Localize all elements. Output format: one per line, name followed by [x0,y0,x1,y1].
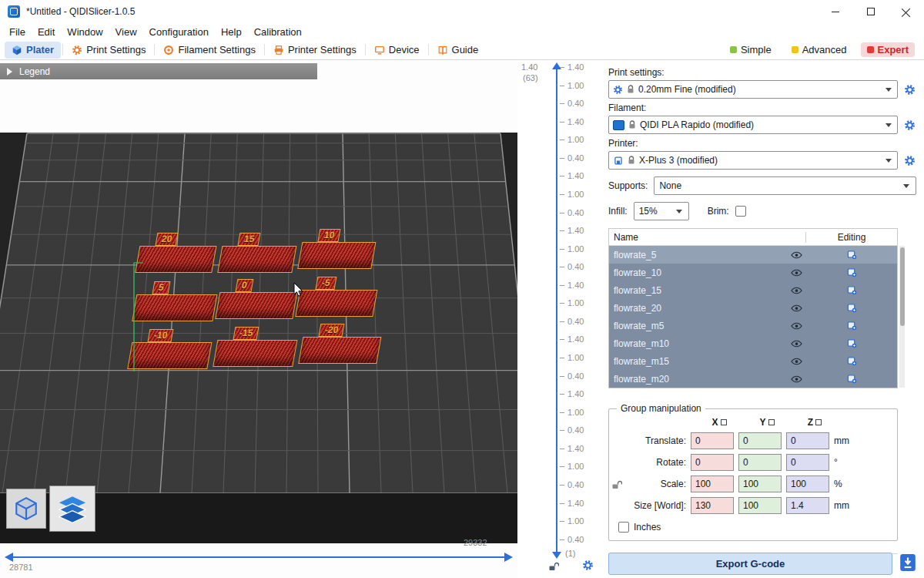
model-object[interactable]: -5 [295,275,380,317]
send-to-printer-icon[interactable] [899,553,916,574]
visibility-eye-icon[interactable] [786,251,806,259]
gcode-move-slider[interactable] [0,549,517,569]
size-y-input[interactable]: 100 [738,497,782,514]
layer-slider-track[interactable] [556,69,557,552]
rotate-x-input[interactable]: 0 [691,454,734,471]
edit-settings-icon[interactable] [806,303,897,313]
object-row[interactable]: flowrate_15 [609,281,897,299]
mode-expert[interactable]: Expert [861,42,915,57]
object-row[interactable]: flowrate_10 [609,264,897,281]
scale-x-input[interactable]: 100 [691,476,734,492]
visibility-eye-icon[interactable] [786,340,806,348]
scale-y-input[interactable]: 100 [738,476,782,492]
inches-checkbox[interactable] [618,522,629,533]
3d-viewport[interactable]: Legend 20 15 10 5 0 -5 -10 -15 -20 28781 [0,60,517,578]
menu-view[interactable]: View [109,25,143,39]
maximize-button[interactable] [853,0,889,23]
tab-device[interactable]: Device [367,42,427,59]
legend-bar[interactable]: Legend [0,63,317,79]
minimize-button[interactable] [818,0,853,23]
scrollbar-thumb[interactable] [900,247,905,326]
object-list-scrollbar[interactable] [899,246,905,388]
object-row[interactable]: flowrate_20 [609,299,897,317]
object-row[interactable]: flowrate_5 [609,246,897,264]
menu-file[interactable]: File [3,25,32,39]
menu-edit[interactable]: Edit [32,25,61,39]
visibility-eye-icon[interactable] [786,322,806,330]
tab-guide[interactable]: Guide [430,42,486,59]
translate-y-input[interactable]: 0 [738,432,782,449]
edit-settings-icon[interactable] [806,285,897,295]
menu-help[interactable]: Help [215,25,248,39]
edit-filament-gear-icon[interactable] [902,119,916,131]
model-object[interactable]: 20 [135,231,219,273]
object-row[interactable]: flowrate_m5 [609,317,897,334]
model-object[interactable]: 5 [132,280,220,321]
scale-z-input[interactable]: 100 [786,476,829,492]
infill-combo[interactable]: 15% [634,202,689,220]
object-body[interactable] [298,337,381,364]
rotate-y-input[interactable]: 0 [738,454,782,471]
tab-print-settings[interactable]: Print Settings [65,42,152,59]
hslider-right-arrow-icon[interactable] [504,553,513,562]
translate-x-input[interactable]: 0 [691,432,734,449]
size-x-input[interactable]: 130 [691,497,734,514]
edit-settings-icon[interactable] [806,267,897,277]
object-body[interactable] [213,340,297,367]
visibility-eye-icon[interactable] [786,287,806,294]
tab-plater[interactable]: Plater [5,42,61,59]
object-row[interactable]: flowrate_m20 [609,370,897,388]
edit-settings-icon[interactable] [806,321,897,331]
model-object[interactable]: 0 [215,277,300,319]
model-object[interactable]: -15 [213,325,300,367]
print-settings-combo[interactable]: 0.20mm Fine (modified) [608,80,898,99]
edit-settings-icon[interactable] [806,338,897,348]
legend-collapse-icon[interactable] [7,68,12,76]
visibility-eye-icon[interactable] [786,269,806,277]
mode-simple[interactable]: Simple [724,42,778,57]
object-body[interactable] [127,342,212,369]
object-body[interactable] [295,290,377,317]
object-body[interactable] [132,294,217,321]
printer-combo[interactable]: X-Plus 3 (modified) [608,151,898,170]
edit-settings-icon[interactable] [806,250,897,260]
menu-window[interactable]: Window [61,25,109,39]
object-body[interactable] [215,292,297,319]
vslider-down-arrow-icon[interactable] [552,552,561,559]
edit-settings-icon[interactable] [806,356,897,366]
rotate-z-input[interactable]: 0 [786,454,829,471]
close-button[interactable] [889,0,924,23]
view-3d-editor-button[interactable] [6,489,46,529]
supports-combo[interactable]: None [654,176,916,195]
export-gcode-button[interactable]: Export G-code [608,553,892,575]
tab-filament-settings[interactable]: Filament Settings [156,42,262,59]
view-preview-layers-button[interactable] [49,486,95,532]
brim-checkbox[interactable] [735,206,746,217]
menu-configuration[interactable]: Configuration [143,25,215,39]
uniform-scale-lock-icon[interactable] [611,480,622,492]
hslider-left-arrow-icon[interactable] [5,553,13,562]
object-row[interactable]: flowrate_m15 [609,352,897,370]
model-object[interactable]: -10 [127,328,215,369]
object-body[interactable] [217,246,296,273]
filament-combo[interactable]: QIDI PLA Rapido (modified) [608,116,898,134]
menu-calibration[interactable]: Calibration [248,25,308,39]
edit-print-settings-gear-icon[interactable] [902,84,916,96]
tab-printer-settings[interactable]: Printer Settings [266,42,363,59]
slider-lock-icon[interactable] [548,561,559,575]
object-row[interactable]: flowrate_m10 [609,334,897,352]
edit-printer-gear-icon[interactable] [902,155,916,166]
size-z-input[interactable]: 1.4 [786,497,829,514]
object-body[interactable] [297,242,376,269]
translate-z-input[interactable]: 0 [786,432,829,449]
visibility-eye-icon[interactable] [786,375,806,383]
mode-advanced[interactable]: Advanced [785,42,853,57]
visibility-eye-icon[interactable] [786,304,806,312]
edit-settings-icon[interactable] [806,374,897,384]
model-object[interactable]: -20 [298,322,384,364]
slider-settings-gear-icon[interactable] [582,560,594,574]
visibility-eye-icon[interactable] [786,358,806,365]
model-object[interactable]: 10 [297,227,379,269]
model-object[interactable]: 15 [217,231,300,273]
object-body[interactable] [135,246,216,273]
